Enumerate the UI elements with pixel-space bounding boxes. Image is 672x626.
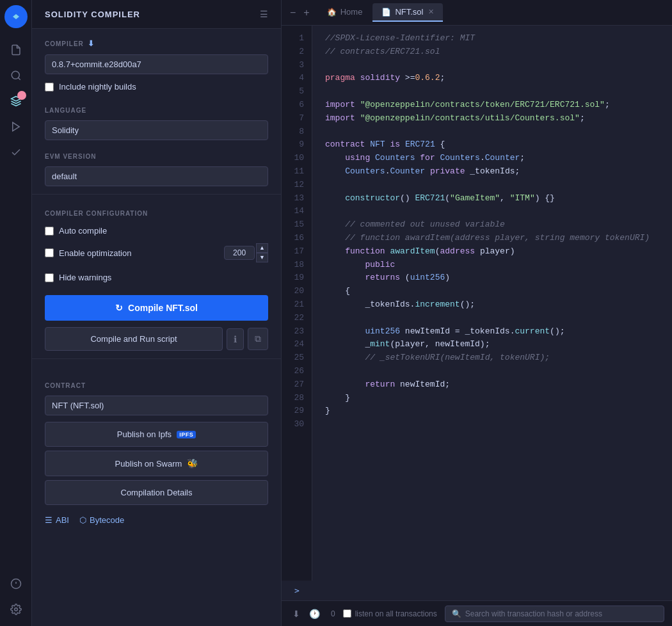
script-copy-button[interactable]: ⧉ [248,328,268,350]
transaction-search-input[interactable] [465,609,657,618]
refresh-icon: ↻ [115,303,123,313]
sidebar-icon-settings[interactable] [4,598,28,621]
icon-sidebar [0,0,32,626]
svg-point-7 [14,608,17,611]
nav-down-arrow[interactable]: ⬇ [289,607,303,620]
evm-label: EVM VERSION [32,143,281,164]
abi-link[interactable]: ☰ ABI [45,515,69,525]
nav-clock-icon[interactable]: 🕐 [306,607,323,620]
evm-version-select[interactable]: default london berlin istanbul [45,166,268,186]
sidebar-icon-plugin[interactable] [4,90,28,113]
editor-area: − + 🏠 Home 📄 NFT.sol ✕ 12345 678910 1112… [282,0,672,626]
abi-icon: ☰ [45,515,52,525]
sidebar-icon-test[interactable] [4,141,28,164]
tab-close-button[interactable]: ✕ [428,8,434,16]
swarm-icon: 🐝 [187,458,198,469]
transaction-search-field[interactable]: 🔍 [445,606,664,622]
publish-swarm-button[interactable]: Publish on Swarm 🐝 [45,451,268,476]
hide-warnings-row: Hide warnings [32,268,281,287]
compiler-label: COMPILER ⬇ [32,29,281,52]
line-numbers: 12345 678910 1112131415 1617181920 21222… [282,26,312,581]
plugin-badge [17,91,26,100]
optimization-down-arrow[interactable]: ▼ [256,253,268,262]
compiler-panel: SOLIDITY COMPILER ☰ COMPILER ⬇ 0.8.7+com… [32,0,282,626]
script-row: Compile and Run script ℹ ⧉ [45,327,268,351]
script-button[interactable]: Compile and Run script [45,327,223,351]
enable-optimization-label: Enable optimization [59,248,131,258]
tab-home[interactable]: 🏠 Home [318,3,372,22]
zoom-buttons: − + [287,6,313,20]
code-editor[interactable]: 12345 678910 1112131415 1617181920 21222… [282,26,672,581]
svg-marker-3 [12,122,19,131]
hide-warnings-checkbox[interactable] [45,273,54,282]
compiler-version-select[interactable]: 0.8.7+commit.e28d00a7 0.8.6+commit.11564… [45,54,268,74]
svg-point-1 [12,71,19,79]
contract-section: CONTRACT NFT (NFT.sol) Publish on Ipfs I… [32,372,281,525]
terminal-prompt: > [282,581,672,600]
svg-line-2 [18,77,20,79]
optimization-up-arrow[interactable]: ▲ [256,243,268,253]
editor-tabs: − + 🏠 Home 📄 NFT.sol ✕ [282,0,672,26]
enable-optimization-checkbox[interactable] [45,248,54,257]
language-select[interactable]: Solidity Yul [45,120,268,140]
sidebar-icon-deploy[interactable] [4,115,28,138]
listen-checkbox-row: listen on all transactions [343,609,437,618]
info-icon: ⬇ [88,39,95,48]
zoom-out-button[interactable]: − [287,6,299,20]
sidebar-icon-debug[interactable] [4,572,28,595]
nightly-builds-checkbox[interactable] [45,83,54,92]
bytecode-link[interactable]: ⬡ Bytecode [79,515,124,525]
compilation-details-button[interactable]: Compilation Details [45,480,268,505]
listen-all-checkbox[interactable] [343,609,351,618]
sidebar-icon-files[interactable] [4,38,28,61]
panel-menu-icon[interactable]: ☰ [260,9,268,19]
auto-compile-row: Auto compile [32,221,281,241]
hide-warnings-label: Hide warnings [59,273,111,282]
app-logo [4,5,28,28]
file-icon: 📄 [381,8,391,17]
abi-row: ☰ ABI ⬡ Bytecode [32,509,281,525]
transaction-count: 0 [331,609,335,618]
publish-ipfs-button[interactable]: Publish on Ipfs IPFS [45,422,268,447]
nightly-builds-row: Include nightly builds [32,77,281,97]
auto-compile-label: Auto compile [59,226,107,236]
bytecode-icon: ⬡ [79,515,86,525]
ipfs-badge: IPFS [177,431,196,438]
contract-select[interactable]: NFT (NFT.sol) [45,396,268,415]
language-label: LANGUAGE [32,97,281,118]
search-icon: 🔍 [452,609,461,618]
code-content[interactable]: //SPDX-License-Identifier: MIT // contra… [312,26,672,581]
home-icon: 🏠 [327,8,337,17]
bottom-bar: ⬇ 🕐 0 listen on all transactions 🔍 [282,600,672,626]
compile-button[interactable]: ↻ Compile NFT.sol [45,295,268,321]
contract-label: CONTRACT [32,372,281,393]
optimization-stepper: ▲ ▼ [256,243,268,262]
script-info-button[interactable]: ℹ [227,328,244,350]
optimization-value-input[interactable] [224,246,255,260]
navigation-arrows: ⬇ 🕐 [289,607,323,620]
sidebar-icon-search[interactable] [4,64,28,87]
nightly-builds-label: Include nightly builds [59,82,136,92]
listen-all-label: listen on all transactions [355,609,437,618]
auto-compile-checkbox[interactable] [45,227,54,236]
compiler-header: SOLIDITY COMPILER ☰ [32,0,281,29]
optimization-number: ▲ ▼ [224,243,268,262]
compiler-title: SOLIDITY COMPILER [45,10,140,19]
optimization-row: Enable optimization ▲ ▼ [32,241,281,268]
zoom-in-button[interactable]: + [300,6,312,20]
config-label: COMPILER CONFIGURATION [32,200,281,221]
tab-nft-sol[interactable]: 📄 NFT.sol ✕ [372,3,443,22]
